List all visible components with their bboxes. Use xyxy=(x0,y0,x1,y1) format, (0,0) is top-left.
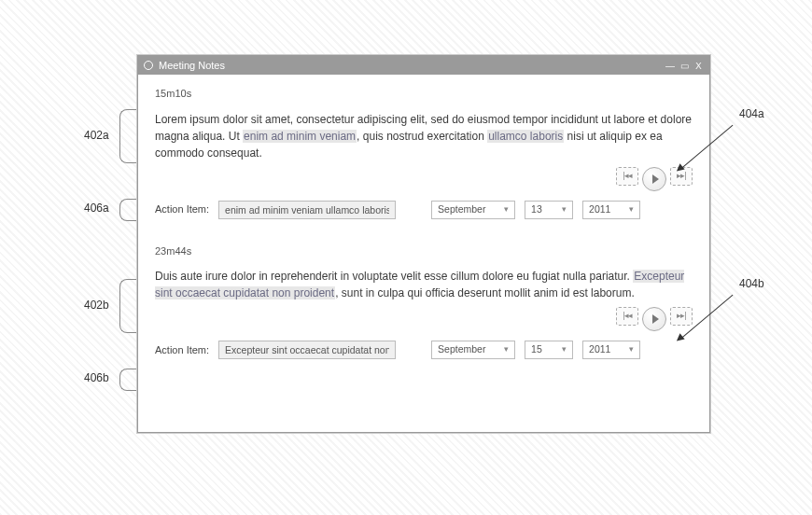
playback-controls: |◂◂ ▸▸| xyxy=(155,307,693,331)
highlight[interactable]: ullamco laboris xyxy=(487,130,564,143)
play-button[interactable] xyxy=(642,167,666,191)
action-item-label: Action Item: xyxy=(155,202,209,217)
skip-forward-icon: ▸▸| xyxy=(677,310,685,323)
maximize-button[interactable]: ▭ xyxy=(679,61,690,71)
playback-controls: |◂◂ ▸▸| xyxy=(155,167,693,191)
callout-label: 406b xyxy=(84,371,109,384)
action-item-row: Action Item: September▾ 15▾ 2011▾ xyxy=(155,341,693,359)
action-item-input[interactable] xyxy=(218,341,396,359)
chevron-down-icon: ▾ xyxy=(504,203,509,216)
chevron-down-icon: ▾ xyxy=(629,203,634,216)
year-select[interactable]: 2011▾ xyxy=(582,341,640,359)
window-icon xyxy=(144,61,153,70)
minimize-button[interactable]: — xyxy=(665,61,676,71)
play-icon xyxy=(652,174,659,184)
play-icon xyxy=(652,314,659,324)
timestamp: 15m10s xyxy=(155,86,693,102)
callout-label: 406a xyxy=(84,202,109,215)
skip-forward-button[interactable]: ▸▸| xyxy=(670,307,693,326)
action-item-input[interactable] xyxy=(218,201,396,219)
day-select[interactable]: 13▾ xyxy=(525,201,573,219)
note-paragraph: Duis aute irure dolor in reprehenderit i… xyxy=(155,268,693,301)
month-select[interactable]: September▾ xyxy=(431,341,515,359)
brace-icon xyxy=(119,279,136,333)
callout-label: 404a xyxy=(739,107,764,120)
year-select[interactable]: 2011▾ xyxy=(582,201,640,219)
timestamp: 23m44s xyxy=(155,244,693,259)
chevron-down-icon: ▾ xyxy=(504,343,509,356)
skip-back-button[interactable]: |◂◂ xyxy=(616,307,638,326)
action-item-label: Action Item: xyxy=(155,342,209,358)
brace-icon xyxy=(119,109,136,163)
callout-label: 404b xyxy=(739,277,764,290)
chevron-down-icon: ▾ xyxy=(562,343,567,356)
window-title: Meeting Notes xyxy=(159,60,659,71)
chevron-down-icon: ▾ xyxy=(562,203,567,216)
skip-back-button[interactable]: |◂◂ xyxy=(616,167,638,186)
month-select[interactable]: September▾ xyxy=(431,201,515,219)
note-paragraph: Lorem ipsum dolor sit amet, consectetur … xyxy=(155,111,693,161)
callout-label: 402b xyxy=(84,299,109,312)
day-select[interactable]: 15▾ xyxy=(525,341,573,359)
close-button[interactable]: Ⅹ xyxy=(693,61,704,71)
skip-back-icon: |◂◂ xyxy=(623,310,631,323)
play-button[interactable] xyxy=(642,307,666,331)
highlight[interactable]: enim ad minim veniam xyxy=(243,130,357,143)
skip-back-icon: |◂◂ xyxy=(623,170,631,183)
content-area: 15m10s Lorem ipsum dolor sit amet, conse… xyxy=(138,75,709,378)
brace-icon xyxy=(119,199,136,221)
callout-label: 402a xyxy=(84,129,109,142)
action-item-row: Action Item: September▾ 13▾ 2011▾ xyxy=(155,201,693,219)
brace-icon xyxy=(119,369,136,391)
chevron-down-icon: ▾ xyxy=(629,343,634,356)
meeting-notes-window: Meeting Notes — ▭ Ⅹ 15m10s Lorem ipsum d… xyxy=(137,55,710,433)
titlebar[interactable]: Meeting Notes — ▭ Ⅹ xyxy=(138,56,709,75)
